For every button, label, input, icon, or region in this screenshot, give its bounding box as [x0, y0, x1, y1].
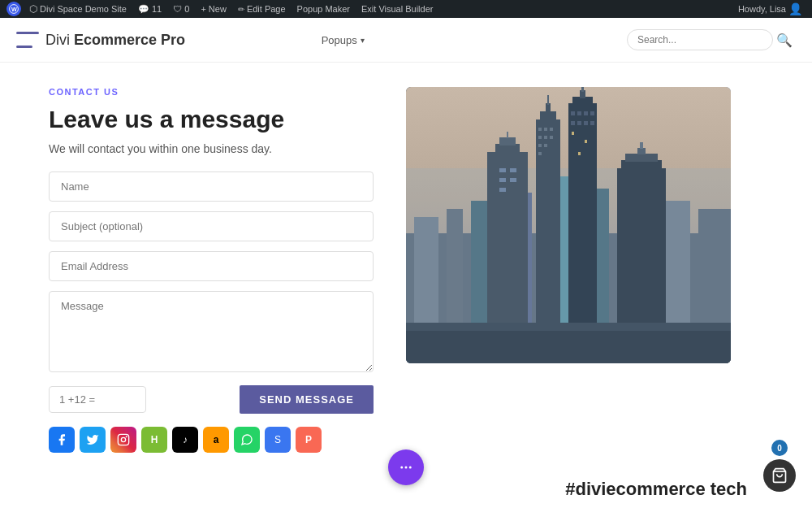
- svg-rect-61: [499, 188, 506, 192]
- svg-point-3: [121, 437, 125, 441]
- captcha-input[interactable]: [49, 386, 146, 413]
- svg-rect-59: [499, 178, 506, 182]
- city-image-section: [406, 87, 731, 363]
- updates-bar-item[interactable]: 🛡 0: [170, 0, 192, 18]
- contact-form-section: CONTACT US Leave us a message We will co…: [49, 87, 374, 453]
- email-input[interactable]: [49, 251, 374, 281]
- svg-rect-2: [118, 434, 128, 445]
- svg-rect-45: [499, 137, 516, 145]
- name-input[interactable]: [49, 172, 374, 202]
- tiktok-icon[interactable]: ♪: [172, 427, 198, 453]
- facebook-icon[interactable]: [49, 427, 75, 453]
- svg-rect-31: [550, 136, 553, 139]
- chevron-down-icon: ▾: [361, 36, 365, 45]
- whatsapp-icon[interactable]: [234, 427, 260, 453]
- divi-icon-bar: ⬡: [29, 3, 37, 15]
- site-logo[interactable]: Divi Ecommerce Pro: [16, 32, 185, 49]
- header-nav: Popups ▾: [312, 29, 374, 51]
- admin-bar-right: Howdy, Lisa 👤: [735, 2, 806, 15]
- logo-text: Divi Ecommerce Pro: [45, 32, 185, 49]
- svg-rect-39: [571, 121, 575, 125]
- svg-text:W: W: [11, 6, 17, 13]
- svg-rect-42: [590, 121, 594, 125]
- wordpress-logo[interactable]: W: [6, 2, 21, 16]
- bubble-icon: 💬: [138, 4, 149, 15]
- svg-rect-38: [590, 111, 594, 115]
- svg-rect-50: [637, 148, 646, 154]
- houzz-icon[interactable]: H: [141, 427, 167, 453]
- svg-rect-41: [584, 121, 588, 125]
- svg-rect-60: [510, 178, 516, 182]
- svg-rect-30: [544, 136, 547, 139]
- divi-hamburger-icon: [16, 32, 39, 48]
- header-search: 🔍: [627, 29, 796, 51]
- svg-point-62: [400, 467, 403, 469]
- main-content: CONTACT US Leave us a message We will co…: [0, 63, 780, 469]
- svg-rect-32: [538, 144, 542, 147]
- svg-rect-36: [577, 111, 581, 115]
- page-title: Leave us a message: [49, 105, 374, 134]
- form-footer: SEND MESSAGE: [49, 385, 374, 414]
- pencil-icon: ✏: [238, 5, 244, 14]
- search-button[interactable]: 🔍: [773, 29, 796, 51]
- admin-bar: W ⬡ Divi Space Demo Site 💬 11 🛡 0 + New …: [0, 0, 812, 18]
- instagram-icon[interactable]: [110, 427, 136, 453]
- cart-count-badge: 0: [771, 440, 788, 456]
- new-bar-item[interactable]: + New: [197, 0, 230, 18]
- svg-rect-51: [640, 142, 643, 149]
- search-input[interactable]: [627, 29, 773, 50]
- svg-rect-35: [571, 111, 575, 115]
- svg-rect-29: [538, 136, 542, 139]
- patreon-icon[interactable]: P: [296, 427, 322, 453]
- svg-rect-55: [585, 140, 587, 143]
- send-message-button[interactable]: SEND MESSAGE: [240, 385, 374, 414]
- floating-menu-button[interactable]: [388, 449, 424, 485]
- page-subtitle: We will contact you within one business …: [49, 142, 374, 155]
- comments-bar-item[interactable]: 💬 11: [135, 0, 165, 18]
- city-photo: [406, 87, 731, 363]
- message-textarea[interactable]: [49, 291, 374, 372]
- site-header: Divi Ecommerce Pro Popups ▾ 🔍: [0, 18, 812, 63]
- exit-visual-builder-bar-item[interactable]: Exit Visual Builder: [358, 0, 436, 18]
- cart-button[interactable]: [763, 459, 796, 492]
- svg-rect-25: [581, 87, 584, 92]
- user-avatar-icon: 👤: [788, 2, 802, 15]
- svg-rect-34: [538, 152, 542, 155]
- svg-rect-21: [547, 95, 549, 105]
- nav-item-popups[interactable]: Popups ▾: [312, 29, 374, 51]
- svg-rect-20: [546, 103, 551, 115]
- svg-point-63: [405, 467, 408, 469]
- contact-us-label: CONTACT US: [49, 87, 374, 97]
- svg-point-64: [409, 467, 412, 469]
- svg-rect-40: [577, 121, 581, 125]
- site-name-bar-item[interactable]: ⬡ Divi Space Demo Site: [26, 0, 130, 18]
- amazon-icon[interactable]: a: [203, 427, 229, 453]
- cart-area: 0: [763, 440, 796, 492]
- edit-page-bar-item[interactable]: ✏ Edit Page: [235, 0, 289, 18]
- svg-rect-49: [625, 154, 658, 162]
- svg-rect-26: [538, 128, 542, 131]
- popup-maker-bar-item[interactable]: Popup Maker: [294, 0, 353, 18]
- shield-icon: 🛡: [173, 4, 182, 14]
- hashtag-text: #diviecommerce tech: [565, 479, 747, 500]
- subject-input[interactable]: [49, 211, 374, 241]
- svg-rect-33: [544, 144, 547, 147]
- howdy-bar-item[interactable]: Howdy, Lisa 👤: [735, 2, 806, 15]
- signal-icon[interactable]: S: [265, 427, 291, 453]
- svg-rect-56: [578, 152, 581, 155]
- svg-rect-53: [406, 331, 731, 363]
- svg-rect-44: [495, 144, 520, 156]
- twitter-icon[interactable]: [80, 427, 106, 453]
- svg-rect-54: [572, 132, 574, 135]
- svg-rect-48: [621, 160, 662, 172]
- social-icons-row: H ♪ a S P: [49, 427, 374, 453]
- svg-rect-28: [550, 128, 553, 131]
- svg-rect-27: [544, 128, 547, 131]
- svg-rect-57: [499, 168, 506, 172]
- svg-rect-58: [510, 168, 516, 172]
- svg-rect-37: [584, 111, 588, 115]
- svg-rect-46: [507, 132, 508, 138]
- svg-point-4: [126, 436, 127, 437]
